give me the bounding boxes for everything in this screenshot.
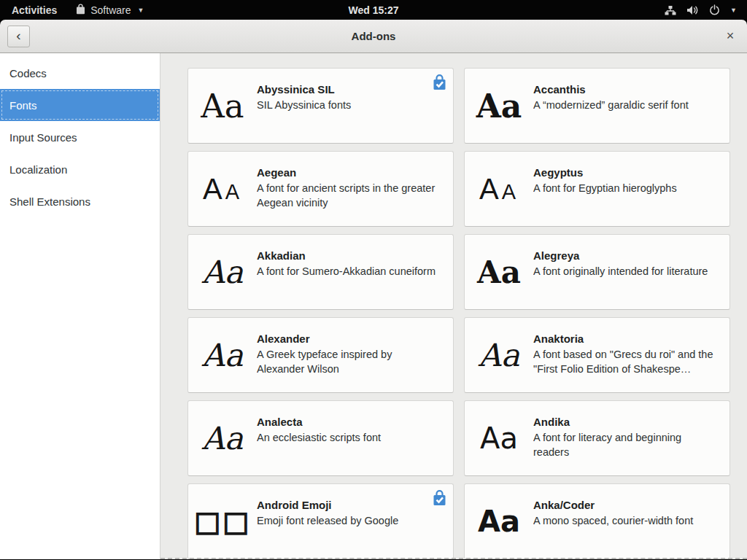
addon-description: An ecclesiastic scripts font — [257, 430, 440, 445]
font-preview-glyph: □□ — [194, 505, 251, 537]
scroll-undershoot-indicator — [160, 558, 747, 559]
addon-description: A “modernized” garaldic serif font — [533, 98, 716, 112]
font-preview-glyph: Aa — [202, 254, 244, 290]
addon-tile[interactable]: Aa Analecta An ecclesiastic scripts font — [187, 400, 454, 476]
font-preview-glyph: Aa — [201, 87, 244, 125]
addon-title: Alexander — [257, 332, 440, 345]
addon-tile[interactable]: Aa Anaktoria A font based on "Grecs du r… — [464, 317, 730, 393]
font-preview-glyph: Aa — [479, 337, 520, 373]
addon-title: Anka/Coder — [533, 499, 716, 511]
installed-badge-icon — [433, 490, 446, 506]
sidebar-item-shell-extensions[interactable]: Shell Extensions — [0, 185, 160, 217]
category-sidebar: Codecs Fonts Input Sources Localization … — [0, 53, 160, 559]
sidebar-item-fonts[interactable]: Fonts — [0, 89, 160, 121]
software-window: ‹ Add-ons × Codecs Fonts Input Sources L… — [0, 20, 747, 560]
system-status-area[interactable]: ▼ — [665, 4, 747, 15]
software-bag-icon — [76, 4, 85, 17]
app-menu-label: Software — [90, 4, 131, 16]
network-icon — [665, 5, 676, 15]
addon-title: Alegreya — [533, 249, 716, 262]
app-menu-button[interactable]: Software ▼ — [76, 4, 144, 17]
addon-description: SIL Abyssinica fonts — [257, 98, 440, 112]
addon-title: Aegyptus — [533, 166, 716, 179]
back-button[interactable]: ‹ — [7, 26, 30, 47]
addon-tile[interactable]: Aa Alexander A Greek typeface inspired b… — [187, 317, 454, 393]
addon-title: Andika — [533, 416, 716, 428]
font-preview-glyph: AA — [203, 173, 242, 206]
font-preview-glyph: Aa — [202, 337, 244, 373]
addon-tile[interactable]: Aa Alegreya A font originally intended f… — [464, 234, 730, 310]
addon-description: A font originally intended for literatur… — [533, 264, 716, 279]
chevron-down-icon: ▼ — [730, 7, 737, 14]
activities-button[interactable]: Activities — [9, 4, 60, 16]
font-preview-glyph: Aa — [477, 254, 521, 290]
font-preview-glyph: Aa — [476, 88, 522, 125]
chevron-down-icon: ▼ — [138, 7, 144, 14]
close-icon[interactable]: × — [722, 28, 738, 44]
page-title: Add-ons — [0, 30, 747, 42]
installed-badge-icon — [433, 74, 446, 90]
addon-tile[interactable]: □□ Android Emoji Emoji font released by … — [187, 483, 454, 559]
font-preview-glyph: Aa — [202, 420, 244, 456]
addon-title: Accanthis — [533, 83, 716, 96]
addon-title: Anaktoria — [533, 332, 716, 345]
addon-description: A font based on "Grecs du roi" and the "… — [533, 347, 716, 376]
header-bar: ‹ Add-ons × — [0, 20, 747, 53]
addon-description: Emoji font released by Google — [257, 513, 440, 528]
addon-description: A font for Sumero-Akkadian cuneiform — [257, 264, 440, 279]
sidebar-item-codecs[interactable]: Codecs — [0, 57, 160, 89]
power-icon — [709, 4, 720, 15]
addon-description: A font for Egyptian hieroglyphs — [533, 181, 716, 195]
addon-title: Abyssinica SIL — [257, 83, 440, 96]
sidebar-item-input-sources[interactable]: Input Sources — [0, 121, 160, 153]
addon-title: Aegean — [257, 166, 440, 179]
addon-tile[interactable]: AA Aegean A font for ancient scripts in … — [187, 151, 454, 227]
addon-tile[interactable]: Aa Akkadian A font for Sumero-Akkadian c… — [187, 234, 454, 310]
addon-tile[interactable]: Aa Anka/Coder A mono spaced, courier-wid… — [464, 483, 730, 559]
font-preview-glyph: Aa — [478, 505, 520, 538]
addon-tile[interactable]: AA Aegyptus A font for Egyptian hierogly… — [464, 151, 730, 227]
addon-description: A font for literacy and beginning reader… — [533, 430, 716, 459]
addon-tile[interactable]: Aa Accanthis A “modernized” garaldic ser… — [464, 68, 730, 144]
addons-panel: Aa Abyssinica SIL SIL Abyssinica fonts A… — [160, 53, 747, 559]
volume-icon — [686, 5, 699, 15]
addon-description: A Greek typeface inspired by Alexander W… — [257, 347, 440, 376]
addon-tile[interactable]: Aa Abyssinica SIL SIL Abyssinica fonts — [187, 68, 454, 144]
sidebar-item-localization[interactable]: Localization — [0, 153, 160, 185]
addon-description: A mono spaced, courier-width font — [533, 513, 716, 528]
gnome-top-bar: Activities Software ▼ Wed 15:27 — [0, 0, 747, 20]
font-tile-grid: Aa Abyssinica SIL SIL Abyssinica fonts A… — [160, 53, 747, 559]
addon-title: Analecta — [257, 416, 440, 428]
addon-description: A font for ancient scripts in the greate… — [257, 181, 440, 210]
addon-title: Android Emoji — [257, 499, 440, 511]
addon-title: Akkadian — [257, 249, 440, 262]
font-preview-glyph: Aa — [480, 421, 518, 455]
addon-tile[interactable]: Aa Andika A font for literacy and beginn… — [464, 400, 730, 476]
font-preview-glyph: AA — [479, 173, 519, 206]
